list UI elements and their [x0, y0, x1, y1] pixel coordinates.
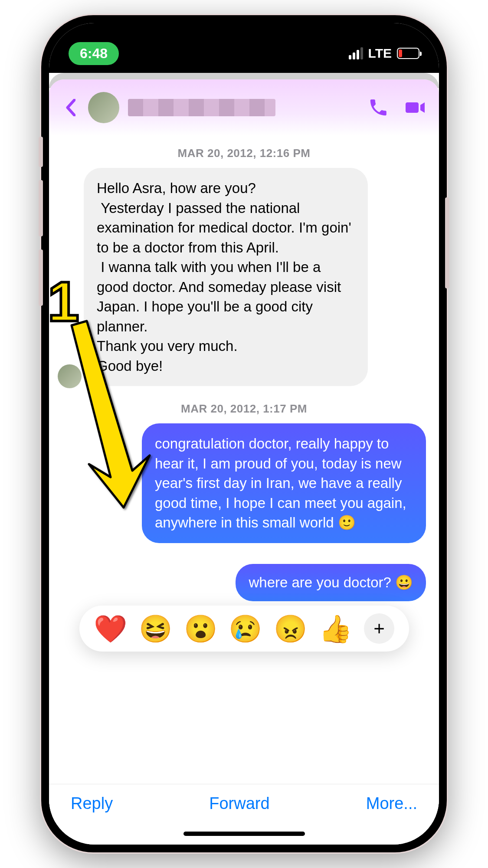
reaction-sad[interactable]: 😢 [229, 613, 262, 645]
reaction-wow[interactable]: 😮 [184, 613, 217, 645]
battery-icon [397, 48, 419, 59]
action-bar: Reply Forward More... [49, 784, 439, 836]
volume-down-button [39, 249, 43, 306]
annotation-number-1: 1 [48, 269, 79, 334]
timestamp-1: MAR 20, 2012, 12:16 PM [49, 136, 439, 168]
contact-name-redacted[interactable] [128, 99, 275, 116]
contact-avatar[interactable] [88, 92, 119, 123]
message-bubble-3[interactable]: where are you doctor? 😀 [236, 564, 426, 601]
reply-button[interactable]: Reply [71, 794, 113, 813]
chevron-left-icon [66, 99, 75, 116]
signal-bars-icon [349, 47, 363, 59]
forward-button[interactable]: Forward [209, 794, 269, 813]
back-button[interactable] [62, 99, 79, 116]
network-label: LTE [368, 46, 392, 61]
video-icon [405, 97, 426, 118]
reaction-heart[interactable]: ❤️ [94, 613, 127, 645]
timestamp-obscured [62, 548, 426, 564]
time-pill[interactable]: 6:48 [69, 42, 119, 65]
more-button[interactable]: More... [366, 794, 417, 813]
annotation-arrow-icon [61, 312, 165, 512]
power-button [445, 197, 449, 288]
video-call-button[interactable] [404, 97, 426, 118]
message-bubble-2[interactable]: congratulation doctor, really happy to h… [142, 423, 426, 543]
volume-up-button [39, 180, 43, 236]
home-indicator[interactable] [183, 832, 305, 836]
status-indicators: LTE [349, 46, 419, 61]
reaction-laugh[interactable]: 😆 [139, 613, 172, 645]
reaction-thumbs-up[interactable]: 👍 [319, 613, 352, 645]
chat-header [49, 79, 439, 136]
header-actions [367, 97, 426, 118]
message-row-sent-2: where are you doctor? 😀 [62, 564, 426, 601]
reaction-angry[interactable]: 😠 [274, 613, 307, 645]
phone-icon [368, 97, 389, 118]
reaction-picker: ❤️ 😆 😮 😢 😠 👍 + [79, 606, 409, 652]
mute-switch [39, 137, 43, 167]
dynamic-island [197, 35, 292, 58]
audio-call-button[interactable] [367, 97, 389, 118]
reaction-add-button[interactable]: + [364, 613, 394, 644]
